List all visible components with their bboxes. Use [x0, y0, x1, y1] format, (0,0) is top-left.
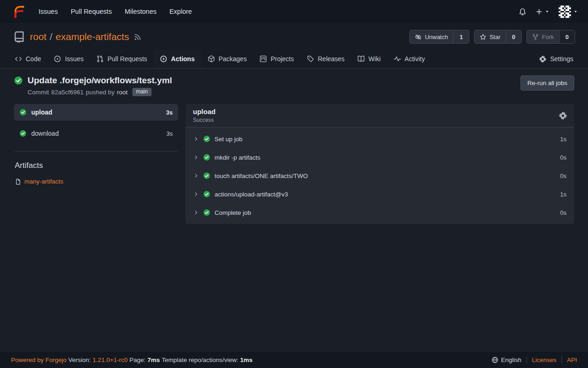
repo-actions: Unwatch 1 Star 0 Fork 0	[409, 30, 575, 44]
divider	[526, 356, 527, 363]
run-title: Update .forgejo/workflows/test.yml	[28, 75, 172, 86]
forgejo-logo-icon[interactable]	[12, 5, 26, 18]
chevron-down-icon	[545, 9, 549, 14]
avatar	[559, 6, 571, 18]
chevron-right-icon	[193, 136, 199, 142]
repo-tab[interactable]: Pull Requests	[90, 50, 153, 68]
job-duration: 3s	[166, 109, 173, 116]
repo-action-button[interactable]: Star	[475, 30, 506, 43]
repo-action-label: Fork	[542, 34, 554, 40]
run-meta: Commit 82a5cf6961 pushed by root main	[28, 88, 172, 96]
step-duration: 1s	[560, 191, 566, 198]
job-detail-name: upload	[193, 108, 215, 115]
globe-icon	[492, 356, 498, 363]
rss-feed-icon[interactable]	[134, 33, 141, 41]
chevron-right-icon	[193, 173, 199, 178]
repo-tab[interactable]: Releases	[300, 50, 351, 68]
repo-separator: /	[50, 31, 52, 42]
repo-tab-bar: Code Issues Pull Requests Actions Packag…	[0, 50, 588, 68]
repo-tab[interactable]: Projects	[253, 50, 300, 68]
navbar-link[interactable]: Milestones	[118, 0, 163, 23]
job-item[interactable]: download 3s	[14, 125, 178, 142]
navbar-link[interactable]: Explore	[163, 0, 198, 23]
repo-action-button-group: Unwatch 1	[409, 30, 469, 44]
repo-action-label: Star	[490, 34, 501, 40]
step-duration: 0s	[560, 172, 566, 179]
licenses-link[interactable]: Licenses	[532, 356, 556, 363]
job-name: download	[31, 130, 59, 137]
step-row[interactable]: actions/upload-artifact@v3 1s	[186, 185, 574, 203]
success-check-circle-icon	[203, 154, 210, 161]
version-label: Version:	[68, 356, 91, 363]
api-link[interactable]: API	[567, 356, 577, 363]
job-options-gear-icon[interactable]	[559, 112, 567, 120]
repo-tab[interactable]: Actions	[153, 50, 201, 68]
repo-action-count[interactable]: 1	[453, 30, 469, 43]
step-row[interactable]: touch artifacts/ONE artifacts/TWO 0s	[186, 167, 574, 185]
tag-icon	[307, 55, 314, 63]
footer-links: English Licenses API	[492, 356, 577, 363]
job-detail-status: Success	[193, 117, 215, 123]
file-icon	[15, 178, 21, 185]
navbar-links: IssuesPull RequestsMilestonesExplore	[32, 0, 198, 23]
commit-label: Commit	[28, 89, 49, 96]
repo-book-icon	[13, 31, 25, 43]
repo-action-count[interactable]: 0	[506, 30, 521, 43]
artifact-link[interactable]: many-artifacts	[14, 178, 178, 185]
step-duration: 1s	[560, 136, 566, 143]
version-link[interactable]: 1.21.0+1-rc0	[93, 356, 128, 363]
tab-settings[interactable]: Settings	[533, 50, 580, 68]
repo-tab[interactable]: Code	[8, 50, 47, 68]
step-row[interactable]: Set up job 1s	[186, 130, 574, 148]
create-new-menu[interactable]	[536, 8, 549, 15]
step-label: actions/upload-artifact@v3	[215, 191, 288, 198]
step-row[interactable]: Complete job 0s	[186, 203, 574, 222]
commit-sha-link[interactable]: 82a5cf6961	[51, 89, 84, 96]
repo-header: root/example-artifacts Unwatch 1 Star	[0, 23, 588, 69]
step-duration: 0s	[560, 209, 566, 216]
job-duration: 3s	[166, 130, 173, 137]
tab-label: Settings	[550, 55, 573, 63]
user-menu[interactable]	[559, 6, 578, 18]
tab-label: Releases	[318, 55, 345, 63]
repo-action-button[interactable]: Unwatch	[410, 30, 453, 43]
job-detail-header: upload Success	[186, 104, 574, 127]
page-time-label: Page:	[130, 356, 146, 363]
success-check-circle-icon	[203, 190, 210, 198]
artifact-name: many-artifacts	[24, 178, 63, 185]
actions-run-view: Update .forgejo/workflows/test.yml Commi…	[0, 69, 588, 352]
branch-badge[interactable]: main	[132, 88, 152, 96]
navbar-link[interactable]: Issues	[32, 0, 64, 23]
repo-name-link[interactable]: example-artifacts	[56, 31, 129, 42]
pusher-link[interactable]: root	[117, 89, 127, 96]
repo-tab[interactable]: Issues	[47, 50, 90, 68]
powered-by-forgejo-link[interactable]: Powered by Forgejo	[11, 356, 67, 363]
fork-icon	[532, 34, 539, 40]
language-selector[interactable]: English	[492, 356, 521, 363]
step-label: Complete job	[215, 209, 251, 216]
navbar-link[interactable]: Pull Requests	[64, 0, 118, 23]
plus-icon	[536, 8, 543, 15]
step-row[interactable]: mkdir -p artifacts 0s	[186, 148, 574, 167]
tab-label: Projects	[271, 55, 294, 63]
tab-label: Code	[26, 55, 41, 63]
job-detail-panel: upload Success Set up job	[186, 104, 574, 224]
repo-tab[interactable]: Packages	[201, 50, 253, 68]
repo-tab[interactable]: Activity	[387, 50, 431, 68]
job-list: upload 3s download 3s	[14, 104, 178, 142]
notifications-bell-icon[interactable]	[519, 8, 526, 16]
repo-owner-link[interactable]: root	[30, 31, 46, 42]
job-item[interactable]: upload 3s	[14, 104, 178, 121]
pushed-by-label: pushed by	[86, 89, 114, 96]
navbar-right	[519, 6, 582, 18]
success-check-circle-icon	[203, 172, 210, 179]
success-check-circle-icon	[203, 135, 210, 143]
repo-tab[interactable]: Wiki	[351, 50, 387, 68]
pull-request-icon	[96, 55, 104, 63]
wiki-book-icon	[357, 55, 365, 63]
repo-action-button[interactable]: Fork	[527, 30, 559, 43]
repo-action-count[interactable]: 0	[559, 30, 575, 43]
issue-icon	[54, 55, 61, 63]
rerun-all-jobs-button[interactable]: Re-run all jobs	[520, 75, 574, 91]
tab-label: Pull Requests	[107, 55, 147, 63]
